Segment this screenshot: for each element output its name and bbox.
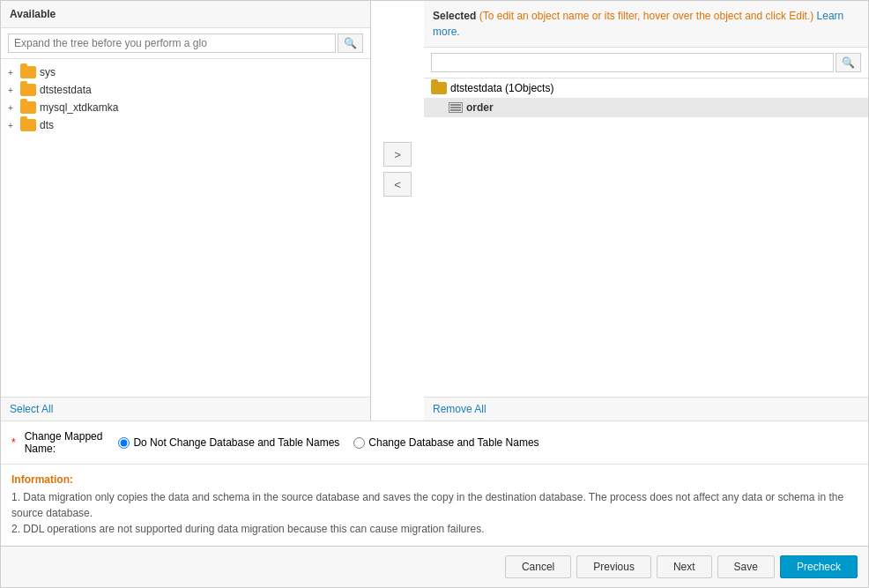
- remove-all-link[interactable]: Remove All: [433, 403, 486, 415]
- expand-icon-dts[interactable]: +: [8, 121, 20, 130]
- selected-table-label: order: [466, 101, 494, 114]
- available-search-bar: 🔍: [1, 28, 370, 59]
- cancel-button[interactable]: Cancel: [505, 555, 571, 578]
- folder-icon-sys: [20, 66, 36, 78]
- selected-tree: dtstestdata (1Objects) order: [424, 78, 868, 397]
- radio-no-change[interactable]: Do Not Change Database and Table Names: [118, 436, 339, 449]
- available-panel: Available 🔍 + sys + dtstestdata +: [1, 1, 371, 421]
- available-tree: + sys + dtstestdata + mysql_xtdkamka +: [1, 59, 370, 397]
- expand-icon-dtstestdata[interactable]: +: [8, 86, 20, 95]
- selected-search-input[interactable]: [431, 53, 834, 72]
- precheck-button[interactable]: Precheck: [780, 555, 858, 578]
- available-title: Available: [10, 8, 56, 20]
- change-mapped-name-label: Change MappedName:: [25, 430, 103, 455]
- information-text: 1. Data migration only copies the data a…: [11, 489, 858, 537]
- select-all-link[interactable]: Select All: [10, 403, 53, 415]
- information-section: Information: 1. Data migration only copi…: [1, 464, 868, 546]
- available-search-button[interactable]: 🔍: [338, 33, 363, 53]
- available-footer: Select All: [1, 397, 370, 421]
- db-folder-icon: [431, 82, 447, 94]
- arrow-column: > <: [371, 1, 424, 421]
- radio-change[interactable]: Change Database and Table Names: [353, 436, 538, 449]
- tree-item-sys[interactable]: + sys: [1, 63, 370, 81]
- options-row: * Change MappedName: Do Not Change Datab…: [1, 421, 868, 464]
- selected-db-row: dtstestdata (1Objects): [424, 78, 868, 98]
- tree-item-mysql_xtdkamka[interactable]: + mysql_xtdkamka: [1, 99, 370, 116]
- selected-table-row[interactable]: order: [424, 98, 868, 117]
- selected-search-bar: 🔍: [424, 48, 868, 78]
- previous-button[interactable]: Previous: [576, 555, 651, 578]
- tree-label-dtstestdata: dtstestdata: [40, 84, 92, 96]
- folder-icon-dts: [20, 119, 36, 131]
- tree-item-dts[interactable]: + dts: [1, 116, 370, 134]
- radio-change-label: Change Database and Table Names: [368, 436, 538, 449]
- folder-icon-dtstestdata: [20, 84, 36, 96]
- footer-bar: Cancel Previous Next Save Precheck: [1, 546, 868, 587]
- tree-label-dts: dts: [40, 119, 54, 131]
- tree-label-sys: sys: [40, 66, 56, 78]
- available-search-input[interactable]: [8, 33, 336, 53]
- tree-item-dtstestdata[interactable]: + dtstestdata: [1, 81, 370, 99]
- table-icon: [449, 102, 463, 113]
- radio-group: Do Not Change Database and Table Names C…: [118, 436, 538, 449]
- save-button[interactable]: Save: [717, 555, 775, 578]
- info-line-1: 1. Data migration only copies the data a…: [11, 491, 843, 519]
- required-star: *: [11, 436, 16, 449]
- selected-header: Selected (To edit an object name or its …: [424, 1, 868, 48]
- radio-no-change-label: Do Not Change Database and Table Names: [133, 436, 339, 449]
- selected-db-label: dtstestdata (1Objects): [450, 82, 553, 94]
- selected-panel: Selected (To edit an object name or its …: [424, 1, 868, 421]
- expand-icon-mysql_xtdkamka[interactable]: +: [8, 103, 20, 113]
- information-title: Information:: [11, 473, 858, 486]
- radio-no-change-input[interactable]: [118, 437, 130, 449]
- expand-icon-sys[interactable]: +: [8, 68, 20, 78]
- radio-change-input[interactable]: [353, 437, 365, 449]
- folder-icon-mysql_xtdkamka: [20, 101, 36, 114]
- selected-search-button[interactable]: 🔍: [836, 53, 861, 72]
- tree-label-mysql_xtdkamka: mysql_xtdkamka: [40, 101, 118, 114]
- selected-title: Selected: [433, 10, 476, 22]
- remove-arrow-button[interactable]: <: [383, 172, 412, 197]
- next-button[interactable]: Next: [657, 555, 712, 578]
- selected-hint: (To edit an object name or its filter, h…: [479, 10, 817, 22]
- available-header: Available: [1, 1, 370, 28]
- add-arrow-button[interactable]: >: [383, 142, 412, 167]
- info-line-2: 2. DDL operations are not supported duri…: [11, 523, 485, 535]
- selected-footer: Remove All: [424, 397, 868, 421]
